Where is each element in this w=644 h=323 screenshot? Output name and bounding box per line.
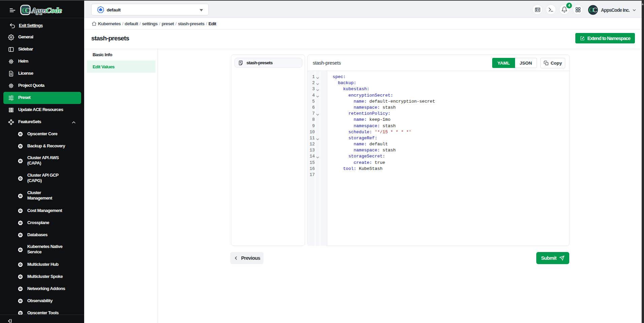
svg-text:Code: Code <box>46 6 62 14</box>
svg-text:Apps: Apps <box>31 6 47 14</box>
svg-text:O: O <box>22 6 27 14</box>
svg-text:O: O <box>589 6 594 13</box>
